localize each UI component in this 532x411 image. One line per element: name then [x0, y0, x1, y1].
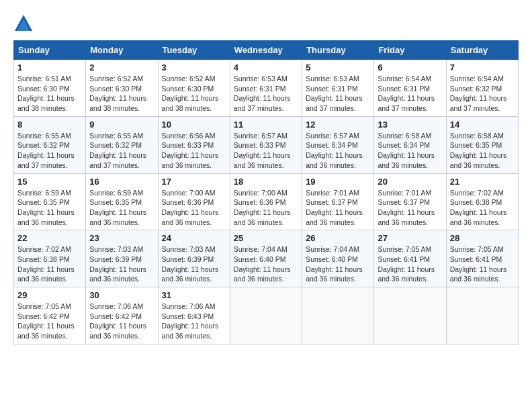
- calendar-day: 23Sunrise: 7:03 AM Sunset: 6:39 PM Dayli…: [86, 230, 158, 287]
- calendar-day: 28Sunrise: 7:05 AM Sunset: 6:41 PM Dayli…: [446, 230, 518, 287]
- calendar-day: 22Sunrise: 7:02 AM Sunset: 6:38 PM Dayli…: [14, 230, 86, 287]
- day-number: 11: [234, 120, 298, 130]
- header-sunday: Sunday: [14, 41, 86, 60]
- day-number: 1: [17, 62, 82, 73]
- day-number: 31: [162, 290, 226, 300]
- calendar-day: 31Sunrise: 7:06 AM Sunset: 6:43 PM Dayli…: [158, 287, 230, 345]
- day-info: Sunrise: 6:54 AM Sunset: 6:31 PM Dayligh…: [378, 74, 442, 113]
- day-number: 6: [378, 62, 442, 73]
- calendar-week-2: 8Sunrise: 6:55 AM Sunset: 6:32 PM Daylig…: [14, 116, 519, 173]
- day-number: 3: [162, 62, 226, 73]
- header-saturday: Saturday: [446, 41, 518, 60]
- page-header: [13, 13, 519, 34]
- logo-icon: [13, 13, 34, 34]
- calendar-day: [230, 287, 302, 345]
- calendar-day: 6Sunrise: 6:54 AM Sunset: 6:31 PM Daylig…: [374, 60, 446, 117]
- calendar-week-5: 29Sunrise: 7:05 AM Sunset: 6:42 PM Dayli…: [14, 287, 519, 345]
- calendar-week-1: 1Sunrise: 6:51 AM Sunset: 6:30 PM Daylig…: [14, 60, 519, 117]
- logo: [13, 13, 36, 34]
- day-number: 4: [234, 62, 298, 73]
- calendar-day: 15Sunrise: 6:59 AM Sunset: 6:35 PM Dayli…: [14, 173, 86, 230]
- calendar-day: 5Sunrise: 6:53 AM Sunset: 6:31 PM Daylig…: [302, 60, 374, 117]
- calendar-day: 10Sunrise: 6:56 AM Sunset: 6:33 PM Dayli…: [158, 116, 230, 173]
- day-number: 23: [89, 233, 154, 243]
- calendar-day: 4Sunrise: 6:53 AM Sunset: 6:31 PM Daylig…: [230, 60, 302, 117]
- calendar-day: 20Sunrise: 7:01 AM Sunset: 6:37 PM Dayli…: [374, 173, 446, 230]
- day-number: 26: [306, 233, 370, 243]
- calendar-day: 21Sunrise: 7:02 AM Sunset: 6:38 PM Dayli…: [446, 173, 518, 230]
- calendar-day: [302, 287, 374, 345]
- day-info: Sunrise: 6:53 AM Sunset: 6:31 PM Dayligh…: [306, 74, 370, 113]
- header-friday: Friday: [374, 41, 446, 60]
- calendar-day: 25Sunrise: 7:04 AM Sunset: 6:40 PM Dayli…: [230, 230, 302, 287]
- day-number: 7: [450, 62, 515, 73]
- calendar-day: 2Sunrise: 6:52 AM Sunset: 6:30 PM Daylig…: [86, 60, 158, 117]
- day-number: 14: [450, 120, 515, 130]
- day-info: Sunrise: 6:55 AM Sunset: 6:32 PM Dayligh…: [17, 131, 82, 171]
- day-number: 13: [378, 120, 442, 130]
- day-number: 5: [306, 62, 370, 73]
- header-monday: Monday: [86, 41, 158, 60]
- calendar-week-4: 22Sunrise: 7:02 AM Sunset: 6:38 PM Dayli…: [14, 230, 519, 287]
- calendar-day: 17Sunrise: 7:00 AM Sunset: 6:36 PM Dayli…: [158, 173, 230, 230]
- calendar-day: [446, 287, 518, 345]
- calendar-day: 8Sunrise: 6:55 AM Sunset: 6:32 PM Daylig…: [14, 116, 86, 173]
- day-info: Sunrise: 7:04 AM Sunset: 6:40 PM Dayligh…: [306, 244, 370, 284]
- day-info: Sunrise: 6:58 AM Sunset: 6:35 PM Dayligh…: [450, 131, 515, 171]
- day-info: Sunrise: 6:59 AM Sunset: 6:35 PM Dayligh…: [89, 188, 154, 228]
- day-number: 2: [89, 62, 154, 73]
- calendar-day: 18Sunrise: 7:00 AM Sunset: 6:36 PM Dayli…: [230, 173, 302, 230]
- day-info: Sunrise: 7:05 AM Sunset: 6:41 PM Dayligh…: [378, 244, 442, 284]
- day-info: Sunrise: 6:51 AM Sunset: 6:30 PM Dayligh…: [17, 74, 82, 113]
- day-number: 10: [162, 120, 226, 130]
- day-number: 17: [162, 177, 226, 187]
- day-info: Sunrise: 6:57 AM Sunset: 6:33 PM Dayligh…: [234, 131, 298, 171]
- day-info: Sunrise: 7:00 AM Sunset: 6:36 PM Dayligh…: [234, 188, 298, 228]
- day-info: Sunrise: 6:59 AM Sunset: 6:35 PM Dayligh…: [17, 188, 82, 228]
- day-number: 20: [378, 177, 442, 187]
- day-info: Sunrise: 7:06 AM Sunset: 6:43 PM Dayligh…: [162, 302, 226, 341]
- day-info: Sunrise: 7:01 AM Sunset: 6:37 PM Dayligh…: [378, 188, 442, 228]
- day-number: 9: [89, 120, 154, 130]
- calendar-day: 29Sunrise: 7:05 AM Sunset: 6:42 PM Dayli…: [14, 287, 86, 345]
- day-info: Sunrise: 7:03 AM Sunset: 6:39 PM Dayligh…: [162, 244, 226, 284]
- calendar-day: 7Sunrise: 6:54 AM Sunset: 6:32 PM Daylig…: [446, 60, 518, 117]
- day-number: 27: [378, 233, 442, 243]
- day-number: 28: [450, 233, 515, 243]
- day-info: Sunrise: 7:05 AM Sunset: 6:41 PM Dayligh…: [450, 244, 515, 284]
- day-number: 16: [89, 177, 154, 187]
- day-number: 18: [234, 177, 298, 187]
- day-number: 15: [17, 177, 82, 187]
- calendar-day: 30Sunrise: 7:06 AM Sunset: 6:42 PM Dayli…: [86, 287, 158, 345]
- calendar-table: SundayMondayTuesdayWednesdayThursdayFrid…: [13, 40, 519, 345]
- day-info: Sunrise: 7:04 AM Sunset: 6:40 PM Dayligh…: [234, 244, 298, 284]
- day-number: 29: [17, 290, 82, 300]
- calendar-day: 12Sunrise: 6:57 AM Sunset: 6:34 PM Dayli…: [302, 116, 374, 173]
- day-number: 21: [450, 177, 515, 187]
- day-info: Sunrise: 7:03 AM Sunset: 6:39 PM Dayligh…: [89, 244, 154, 284]
- day-info: Sunrise: 6:56 AM Sunset: 6:33 PM Dayligh…: [162, 131, 226, 171]
- calendar-day: 26Sunrise: 7:04 AM Sunset: 6:40 PM Dayli…: [302, 230, 374, 287]
- day-info: Sunrise: 6:52 AM Sunset: 6:30 PM Dayligh…: [162, 74, 226, 113]
- calendar-day: 24Sunrise: 7:03 AM Sunset: 6:39 PM Dayli…: [158, 230, 230, 287]
- calendar-day: 27Sunrise: 7:05 AM Sunset: 6:41 PM Dayli…: [374, 230, 446, 287]
- day-number: 24: [162, 233, 226, 243]
- day-info: Sunrise: 7:00 AM Sunset: 6:36 PM Dayligh…: [162, 188, 226, 228]
- day-info: Sunrise: 7:06 AM Sunset: 6:42 PM Dayligh…: [89, 302, 154, 341]
- day-info: Sunrise: 7:05 AM Sunset: 6:42 PM Dayligh…: [17, 302, 82, 341]
- calendar-day: 3Sunrise: 6:52 AM Sunset: 6:30 PM Daylig…: [158, 60, 230, 117]
- header-thursday: Thursday: [302, 41, 374, 60]
- day-info: Sunrise: 6:52 AM Sunset: 6:30 PM Dayligh…: [89, 74, 154, 113]
- day-number: 25: [234, 233, 298, 243]
- day-number: 19: [306, 177, 370, 187]
- day-info: Sunrise: 6:53 AM Sunset: 6:31 PM Dayligh…: [234, 74, 298, 113]
- day-number: 12: [306, 120, 370, 130]
- day-info: Sunrise: 6:58 AM Sunset: 6:34 PM Dayligh…: [378, 131, 442, 171]
- calendar-day: [374, 287, 446, 345]
- calendar-day: 11Sunrise: 6:57 AM Sunset: 6:33 PM Dayli…: [230, 116, 302, 173]
- day-number: 22: [17, 233, 82, 243]
- day-info: Sunrise: 6:57 AM Sunset: 6:34 PM Dayligh…: [306, 131, 370, 171]
- header-wednesday: Wednesday: [230, 41, 302, 60]
- day-info: Sunrise: 6:54 AM Sunset: 6:32 PM Dayligh…: [450, 74, 515, 113]
- day-info: Sunrise: 7:01 AM Sunset: 6:37 PM Dayligh…: [306, 188, 370, 228]
